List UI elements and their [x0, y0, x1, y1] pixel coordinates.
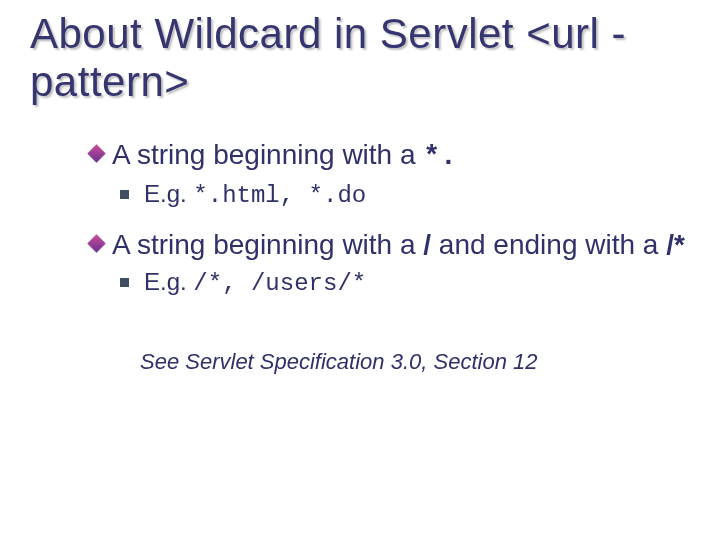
sub-bullet-item: E.g. *.html, *.do: [90, 178, 690, 211]
sub-bullet-label: E.g.: [144, 268, 193, 295]
bullet-code-2: /*: [666, 229, 685, 260]
sub-bullet-item: E.g. /*, /users/*: [90, 266, 690, 299]
bullet-item: A string beginning with a / and ending w…: [90, 227, 690, 262]
diamond-icon: [87, 234, 105, 252]
bullet-code: *.: [423, 141, 457, 172]
slide-title: About Wildcard in Servlet <url -pattern>: [30, 10, 690, 107]
slide: About Wildcard in Servlet <url -pattern>…: [0, 0, 720, 540]
square-icon: [120, 278, 129, 287]
square-icon: [120, 190, 129, 199]
bullet-code: /: [423, 229, 431, 260]
slide-body: A string beginning with a *. E.g. *.html…: [30, 137, 690, 375]
sub-bullet-code: *.html, *.do: [193, 182, 366, 209]
sub-bullet-label: E.g.: [144, 180, 193, 207]
bullet-text: A string beginning with a: [112, 229, 423, 260]
diamond-icon: [87, 144, 105, 162]
bullet-text: A string beginning with a: [112, 139, 423, 170]
bullet-item: A string beginning with a *.: [90, 137, 690, 174]
sub-bullet-code: /*, /users/*: [193, 270, 366, 297]
bullet-text-mid: and ending with a: [431, 229, 666, 260]
reference-text: See Servlet Specification 3.0, Section 1…: [90, 349, 690, 375]
